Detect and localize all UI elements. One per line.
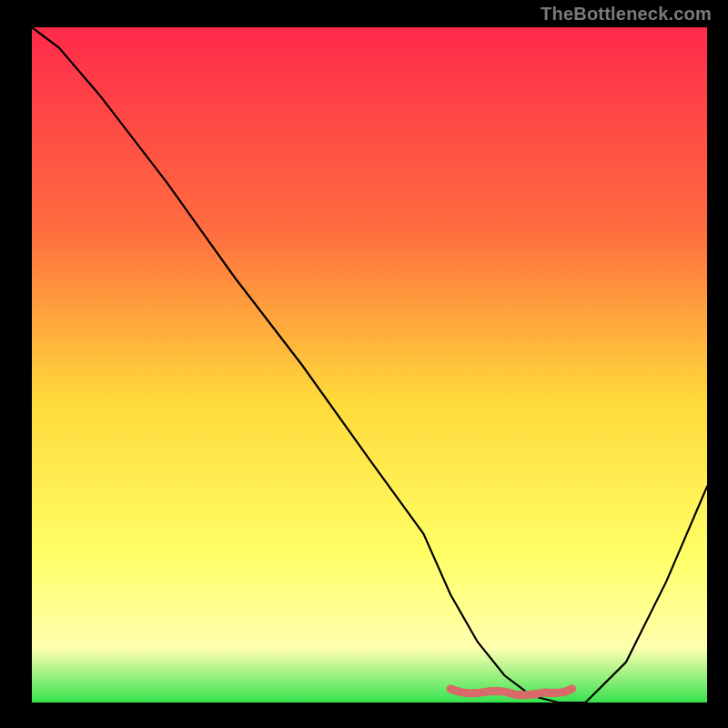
- optimal-region-highlight: [450, 689, 572, 695]
- bottleneck-chart: [0, 0, 728, 728]
- chart-frame: { "attribution": "TheBottleneck.com", "c…: [0, 0, 728, 728]
- gradient-background: [32, 27, 707, 703]
- attribution-label: TheBottleneck.com: [541, 4, 712, 25]
